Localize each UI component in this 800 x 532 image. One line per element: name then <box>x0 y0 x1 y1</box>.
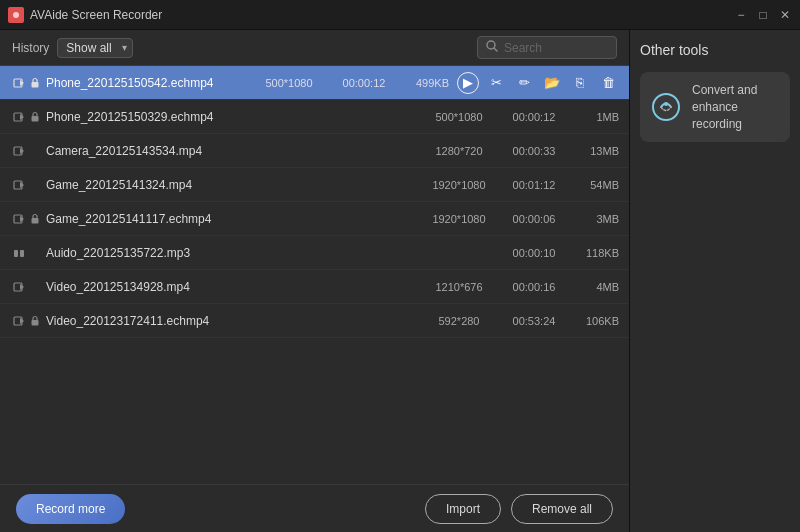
lock-icon <box>28 77 42 88</box>
svg-rect-9 <box>32 116 39 122</box>
svg-rect-6 <box>32 82 39 88</box>
file-size: 118KB <box>569 247 619 259</box>
filter-dropdown-wrapper[interactable]: Show all Video Audio ▾ <box>57 38 133 58</box>
folder-button[interactable]: 📂 <box>541 72 563 94</box>
svg-point-1 <box>13 12 19 18</box>
file-size: 1MB <box>569 111 619 123</box>
search-input[interactable] <box>504 41 604 55</box>
file-list: Phone_220125150542.echmp4500*108000:00:1… <box>0 66 629 484</box>
record-more-button[interactable]: Record more <box>16 494 125 524</box>
window-controls: − □ ✕ <box>734 8 792 22</box>
file-resolution: 500*1080 <box>249 77 329 89</box>
file-resolution: 1280*720 <box>419 145 499 157</box>
maximize-button[interactable]: □ <box>756 8 770 22</box>
file-row[interactable]: Camera_220125143534.mp41280*72000:00:331… <box>0 134 629 168</box>
bottom-bar: Record more Import Remove all <box>0 484 629 532</box>
play-button[interactable]: ▶ <box>457 72 479 94</box>
file-name: Video_220123172411.echmp4 <box>46 314 419 328</box>
file-name: Video_220125134928.mp4 <box>46 280 419 294</box>
file-size: 499KB <box>399 77 449 89</box>
video-icon <box>10 315 28 327</box>
minimize-button[interactable]: − <box>734 8 748 22</box>
svg-line-3 <box>494 48 497 51</box>
svg-point-24 <box>653 94 679 120</box>
search-box[interactable] <box>477 36 617 59</box>
edit-button[interactable]: ✂ <box>485 72 507 94</box>
main-layout: History Show all Video Audio ▾ <box>0 30 800 532</box>
file-row[interactable]: Video_220125134928.mp41210*67600:00:164M… <box>0 270 629 304</box>
file-name: Game_220125141324.mp4 <box>46 178 419 192</box>
app-icon <box>8 7 24 23</box>
file-size: 4MB <box>569 281 619 293</box>
svg-point-25 <box>664 102 668 106</box>
share-button[interactable]: ⎘ <box>569 72 591 94</box>
file-row[interactable]: Game_220125141324.mp41920*108000:01:1254… <box>0 168 629 202</box>
close-button[interactable]: ✕ <box>778 8 792 22</box>
file-duration: 00:00:33 <box>499 145 569 157</box>
file-name: Auido_220125135722.mp3 <box>46 246 419 260</box>
video-icon <box>10 213 28 225</box>
audio-icon <box>10 247 28 259</box>
file-row[interactable]: Phone_220125150542.echmp4500*108000:00:1… <box>0 66 629 100</box>
file-row[interactable]: Auido_220125135722.mp300:00:10118KB <box>0 236 629 270</box>
lock-icon <box>28 315 42 326</box>
filter-dropdown[interactable]: Show all Video Audio <box>57 38 133 58</box>
file-size: 54MB <box>569 179 619 191</box>
file-duration: 00:00:16 <box>499 281 569 293</box>
row-actions: ▶✂✏📂⎘🗑 <box>457 72 619 94</box>
lock-icon <box>28 213 42 224</box>
delete-button[interactable]: 🗑 <box>597 72 619 94</box>
convert-icon <box>650 91 682 123</box>
app-title: AVAide Screen Recorder <box>30 8 734 22</box>
svg-rect-17 <box>14 250 18 257</box>
file-duration: 00:53:24 <box>499 315 569 327</box>
other-tools-title: Other tools <box>640 42 790 58</box>
file-row[interactable]: Video_220123172411.echmp4592*28000:53:24… <box>0 304 629 338</box>
file-name: Camera_220125143534.mp4 <box>46 144 419 158</box>
convert-label: Convert and enhance recording <box>692 82 780 132</box>
file-name: Phone_220125150329.echmp4 <box>46 110 419 124</box>
file-name: Game_220125141117.echmp4 <box>46 212 419 226</box>
file-duration: 00:01:12 <box>499 179 569 191</box>
video-icon <box>10 111 28 123</box>
file-row[interactable]: Phone_220125150329.echmp4500*108000:00:1… <box>0 100 629 134</box>
video-icon <box>10 77 28 89</box>
video-icon <box>10 281 28 293</box>
left-panel: History Show all Video Audio ▾ <box>0 30 630 532</box>
file-row[interactable]: Game_220125141117.echmp41920*108000:00:0… <box>0 202 629 236</box>
file-size: 3MB <box>569 213 619 225</box>
file-resolution: 592*280 <box>419 315 499 327</box>
history-label: History <box>12 41 49 55</box>
svg-rect-18 <box>20 250 24 257</box>
file-size: 106KB <box>569 315 619 327</box>
search-icon <box>486 40 498 55</box>
file-resolution: 1210*676 <box>419 281 499 293</box>
file-duration: 00:00:12 <box>499 111 569 123</box>
file-resolution: 500*1080 <box>419 111 499 123</box>
title-bar: AVAide Screen Recorder − □ ✕ <box>0 0 800 30</box>
toolbar: History Show all Video Audio ▾ <box>0 30 629 66</box>
file-duration: 00:00:06 <box>499 213 569 225</box>
right-panel: Other tools Convert and enhance recordin… <box>630 30 800 532</box>
svg-rect-23 <box>32 320 39 326</box>
convert-card[interactable]: Convert and enhance recording <box>640 72 790 142</box>
file-name: Phone_220125150542.echmp4 <box>46 76 249 90</box>
file-resolution: 1920*1080 <box>419 179 499 191</box>
file-duration: 00:00:10 <box>499 247 569 259</box>
svg-rect-16 <box>32 218 39 224</box>
pencil-button[interactable]: ✏ <box>513 72 535 94</box>
file-size: 13MB <box>569 145 619 157</box>
lock-icon <box>28 111 42 122</box>
video-icon <box>10 179 28 191</box>
file-duration: 00:00:12 <box>329 77 399 89</box>
import-button[interactable]: Import <box>425 494 501 524</box>
video-icon <box>10 145 28 157</box>
remove-all-button[interactable]: Remove all <box>511 494 613 524</box>
file-resolution: 1920*1080 <box>419 213 499 225</box>
